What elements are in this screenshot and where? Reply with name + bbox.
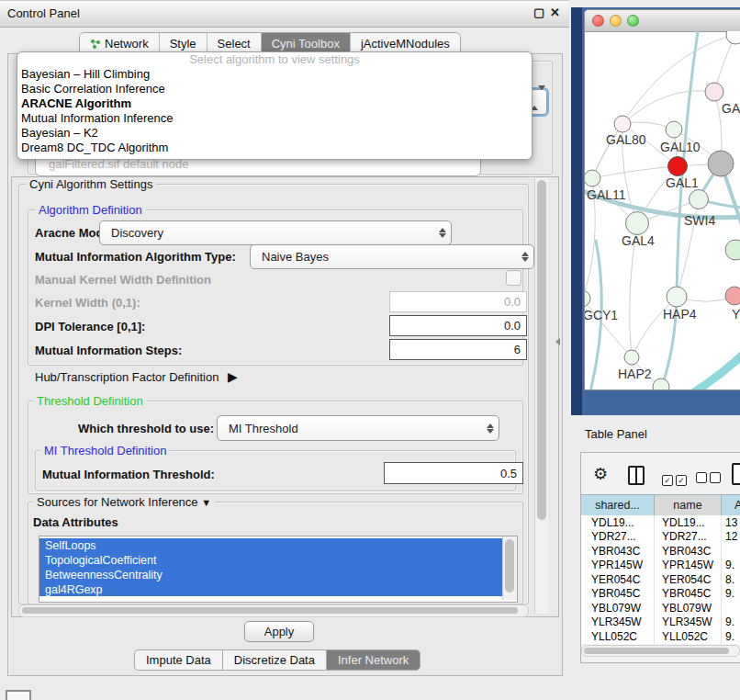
- table-row[interactable]: YDL19...YDL19...13: [581, 515, 740, 530]
- which-threshold-label: Which threshold to use:: [78, 422, 214, 435]
- table-body: YDL19...YDL19...13YDR27...YDR27...12YBR0…: [581, 515, 740, 644]
- attribute-item-selected[interactable]: gal4RGexp: [39, 582, 502, 596]
- mi-threshold-group-title: MI Threshold Definition: [40, 444, 170, 457]
- apply-button[interactable]: Apply: [244, 621, 314, 642]
- collapse-arrow-icon: ▼: [201, 497, 211, 508]
- cell-name: YDL19...: [654, 516, 721, 529]
- table-row[interactable]: YLL052CYLL052C9.: [581, 629, 740, 644]
- data-attributes-label: Data Attributes: [33, 515, 118, 529]
- node-gal10[interactable]: [666, 121, 682, 138]
- node-gal11[interactable]: [585, 170, 600, 186]
- manual-kernel-width-checkbox[interactable]: [506, 270, 521, 286]
- column-header-partial[interactable]: A: [722, 494, 740, 516]
- deselect-all-checks-icon[interactable]: [696, 470, 723, 487]
- which-threshold-combo[interactable]: MI Threshold: [217, 415, 499, 441]
- aracne-mode-combo[interactable]: Discovery: [99, 220, 452, 245]
- table-hscrollbar[interactable]: [581, 645, 740, 657]
- settings-vscrollbar-thumb[interactable]: [537, 180, 546, 520]
- column-header-name[interactable]: name: [655, 494, 722, 516]
- dpi-tolerance-field[interactable]: 0.0: [389, 315, 527, 336]
- mi-steps-label: Mutual Information Steps:: [35, 344, 182, 357]
- cell-shared-name: YBR043C: [581, 545, 654, 558]
- table-hscrollbar-thumb[interactable]: [584, 648, 729, 654]
- table-row[interactable]: YER054CYER054C8.: [581, 572, 740, 587]
- splitter-arrow-icon[interactable]: [555, 338, 560, 345]
- mi-algorithm-type-label: Mutual Information Algorithm Type:: [35, 250, 236, 264]
- node-gal4[interactable]: [626, 212, 649, 235]
- network-canvas[interactable]: GAL GAL80 GAL10 GAL1 GAL11 SWI4 GAL4 GCY…: [585, 31, 740, 390]
- table-row[interactable]: YBL079WYBL079W: [581, 601, 740, 615]
- mi-algorithm-type-combo[interactable]: Naive Bayes: [250, 244, 534, 269]
- algorithm-option[interactable]: Mutual Information Inference: [17, 111, 532, 126]
- gear-icon[interactable]: ⚙: [593, 464, 608, 484]
- select-all-checks-icon[interactable]: ✓✓: [662, 470, 690, 487]
- node-label: GCY1: [585, 308, 618, 322]
- table-row[interactable]: YDR27...YDR27...12: [581, 530, 740, 545]
- table-row[interactable]: YBR045CYBR045C9.: [581, 587, 740, 602]
- node-hap2[interactable]: [624, 350, 639, 365]
- node-gray-hub[interactable]: [708, 151, 734, 176]
- table-row[interactable]: YBR043CYBR043C: [581, 544, 740, 559]
- tab-impute-data[interactable]: Impute Data: [134, 649, 222, 671]
- algorithm-option-selected[interactable]: ARACNE Algorithm: [17, 96, 532, 111]
- attribute-item-selected[interactable]: SelfLoops: [39, 538, 502, 553]
- settings-vscrollbar[interactable]: [534, 178, 548, 614]
- close-panel-icon[interactable]: ✕: [550, 6, 560, 19]
- node-label: GAL10: [660, 140, 701, 154]
- settings-hscrollbar[interactable]: [18, 604, 529, 617]
- node-partial-bottom[interactable]: [653, 378, 669, 390]
- algorithm-option[interactable]: Bayesian – K2: [17, 126, 532, 141]
- minimize-traffic-light[interactable]: [610, 15, 622, 27]
- kernel-width-field[interactable]: 0.0: [389, 291, 527, 312]
- desktop-left-strip: [571, 7, 582, 415]
- algorithm-definition-title: Algorithm Definition: [35, 203, 146, 217]
- tab-infer-network[interactable]: Infer Network: [326, 649, 420, 671]
- network-icon: [90, 39, 101, 50]
- cell-value-partial: 13: [721, 516, 739, 529]
- attributes-vscrollbar-thumb[interactable]: [505, 539, 514, 593]
- node-gcy1[interactable]: [585, 290, 590, 307]
- node-salmon[interactable]: [725, 287, 740, 305]
- new-table-partial-icon[interactable]: [732, 463, 740, 485]
- bottom-left-partial-icon[interactable]: [6, 690, 31, 700]
- mi-steps-field[interactable]: 6: [389, 339, 527, 360]
- expand-arrow-icon: ▶: [222, 369, 238, 384]
- node-label: Y: [732, 307, 740, 322]
- column-header-shared-name[interactable]: shared...: [581, 494, 655, 516]
- kernel-width-label: Kernel Width (0,1):: [35, 296, 140, 310]
- node-gal-pink[interactable]: [705, 83, 723, 101]
- mi-threshold-field[interactable]: 0.5: [384, 462, 523, 484]
- node-partial-top[interactable]: [726, 31, 740, 44]
- settings-hscrollbar-thumb[interactable]: [22, 607, 518, 614]
- column-browser-icon[interactable]: [628, 466, 645, 485]
- cell-shared-name: YDL19...: [581, 516, 654, 529]
- cell-name: YER054C: [654, 573, 721, 586]
- node-gal80[interactable]: [614, 116, 631, 132]
- table-row[interactable]: YLR345WYLR345W9.: [581, 615, 740, 630]
- tab-discretize-data[interactable]: Discretize Data: [222, 649, 326, 671]
- node-green-right[interactable]: [725, 240, 740, 260]
- bottom-tabs: Impute Data Discretize Data Infer Networ…: [134, 649, 420, 671]
- hub-definition-toggle[interactable]: Hub/Transcription Factor Definition ▶: [35, 369, 238, 384]
- zoom-traffic-light[interactable]: [627, 15, 639, 27]
- cell-shared-name: YBL079W: [581, 602, 654, 615]
- data-attributes-list: SelfLoops TopologicalCoefficient Between…: [39, 536, 518, 603]
- sources-group-title[interactable]: Sources for Network Inference ▼: [33, 495, 215, 509]
- table-row[interactable]: YPR145WYPR145W9.: [581, 559, 740, 573]
- node-hap4[interactable]: [667, 287, 687, 307]
- node-label: GAL80: [606, 132, 646, 147]
- network-window-titlebar[interactable]: [585, 10, 740, 32]
- algorithm-option[interactable]: Basic Correlation Inference: [17, 82, 532, 96]
- node-swi4[interactable]: [690, 190, 709, 209]
- node-label: GAL4: [622, 233, 655, 248]
- node-gal1-selected[interactable]: [668, 157, 688, 176]
- cell-value-partial: 9.: [721, 587, 739, 600]
- attribute-item-selected[interactable]: TopologicalCoefficient: [39, 553, 502, 568]
- algorithm-option[interactable]: Bayesian – Hill Climbing: [17, 67, 532, 82]
- float-panel-icon[interactable]: ▢: [533, 6, 544, 19]
- attributes-vscrollbar[interactable]: [502, 536, 517, 600]
- close-traffic-light[interactable]: [592, 15, 604, 27]
- cyni-settings-group-title: Cyni Algorithm Settings: [26, 177, 156, 191]
- algorithm-option[interactable]: Dream8 DC_TDC Algorithm: [17, 141, 532, 155]
- attribute-item-selected[interactable]: BetweennessCentrality: [39, 568, 502, 582]
